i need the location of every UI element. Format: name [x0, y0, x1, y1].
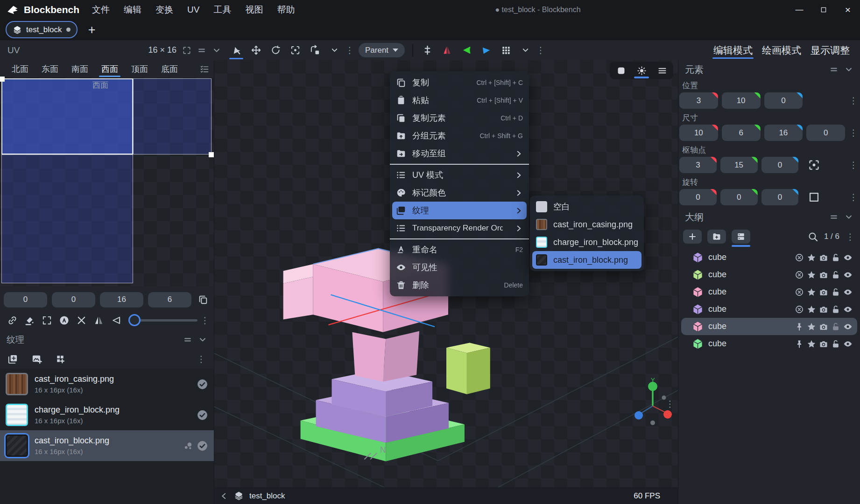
- close-button[interactable]: ×: [836, 0, 860, 20]
- star-icon[interactable]: [807, 253, 816, 262]
- lighting-toggle[interactable]: [636, 63, 647, 77]
- slider-knob[interactable]: [128, 314, 141, 326]
- submenu-item[interactable]: cast_iron_block.png: [532, 251, 641, 269]
- outliner-row[interactable]: cube: [681, 301, 857, 318]
- eye-icon[interactable]: [843, 270, 853, 280]
- context-menu-item[interactable]: 复制元素 Ctrl + D: [390, 109, 529, 127]
- collapse-panel-icon[interactable]: [844, 212, 853, 222]
- lock-open-icon[interactable]: [831, 322, 840, 331]
- circle-x-icon[interactable]: [795, 253, 804, 262]
- uv-resize-handle[interactable]: [0, 77, 5, 82]
- uv-face-tab[interactable]: 底面: [155, 60, 184, 77]
- eye-icon[interactable]: [843, 305, 853, 314]
- context-menu-item[interactable]: Transparency Render Order: [390, 219, 529, 237]
- star-icon[interactable]: [807, 339, 816, 349]
- camera-icon[interactable]: [819, 253, 828, 262]
- collapse-panel-icon[interactable]: [212, 46, 221, 55]
- move-tool-button[interactable]: [247, 41, 265, 60]
- star-icon[interactable]: [807, 305, 816, 314]
- check-circle-icon[interactable]: [197, 440, 208, 452]
- number-input[interactable]: 15: [720, 157, 758, 173]
- number-input[interactable]: 0: [761, 189, 799, 205]
- tool-dropdown[interactable]: [325, 41, 344, 60]
- number-input[interactable]: 0: [764, 92, 803, 109]
- parent-dropdown[interactable]: Parent: [359, 43, 405, 57]
- uv-fill-button[interactable]: [21, 311, 38, 329]
- add-cube-button[interactable]: [683, 230, 702, 244]
- outliner-row[interactable]: cube: [681, 266, 857, 283]
- frame-view-icon[interactable]: [182, 46, 191, 55]
- uv-face-tab[interactable]: 南面: [65, 60, 94, 77]
- project-tab[interactable]: test_block: [6, 21, 78, 38]
- grid-dropdown[interactable]: [516, 41, 535, 60]
- mirror-y-button[interactable]: [457, 41, 476, 60]
- uv-link-button[interactable]: [4, 311, 21, 329]
- uv-value-input[interactable]: 16: [100, 292, 143, 308]
- outliner-row[interactable]: cube: [681, 335, 857, 352]
- uv-mirror-button[interactable]: [90, 311, 107, 329]
- camera-icon[interactable]: [819, 287, 828, 297]
- panel-menu-icon[interactable]: [829, 65, 839, 74]
- texture-thumbnail[interactable]: [6, 373, 28, 395]
- star-icon[interactable]: [807, 287, 816, 297]
- uv-auto-button[interactable]: [56, 311, 72, 329]
- star-icon[interactable]: [807, 270, 816, 280]
- context-menu-item[interactable]: 重命名 F2: [390, 241, 529, 259]
- gizmo-menu[interactable]: ⋮: [665, 399, 675, 409]
- uv-box[interactable]: [133, 78, 211, 154]
- mode-tab[interactable]: 编辑模式: [709, 41, 757, 60]
- viewport[interactable]: N Y ⋮ 复制 Ctrl + [Shift] + C 粘贴 Ctr: [214, 60, 678, 504]
- check-circle-icon[interactable]: [197, 378, 208, 390]
- number-input[interactable]: 0: [806, 125, 845, 141]
- uv-resize-handle[interactable]: [209, 152, 214, 157]
- number-input[interactable]: 16: [764, 125, 803, 141]
- grid-snap-button[interactable]: [496, 41, 515, 60]
- outliner-row[interactable]: cube: [681, 283, 857, 301]
- create-texture-icon[interactable]: [7, 354, 18, 364]
- context-menu-item[interactable]: 复制 Ctrl + [Shift] + C: [390, 74, 529, 91]
- import-texture-icon[interactable]: [31, 354, 42, 364]
- viewport-menu[interactable]: [656, 63, 668, 77]
- collapse-panel-icon[interactable]: [198, 335, 207, 344]
- number-input[interactable]: 6: [722, 125, 761, 141]
- texture-thumbnail[interactable]: [6, 434, 28, 457]
- textures-overflow-menu[interactable]: ⋮: [196, 354, 206, 364]
- submenu-item[interactable]: charge_iron_block.png: [530, 233, 644, 251]
- circle-x-icon[interactable]: [795, 270, 804, 280]
- circle-x-icon[interactable]: [795, 287, 804, 297]
- menubar-item[interactable]: 帮助: [270, 0, 302, 20]
- context-menu-item[interactable]: 可见性: [390, 259, 529, 276]
- copy-uv-icon[interactable]: [198, 294, 208, 305]
- uv-clear-button[interactable]: [73, 311, 90, 329]
- outliner-row[interactable]: cube: [681, 318, 857, 335]
- slider-track[interactable]: [139, 319, 197, 322]
- context-menu-item[interactable]: 分组元素 Ctrl + Shift + G: [390, 127, 529, 145]
- uv-opacity-slider[interactable]: [128, 314, 197, 326]
- eye-icon[interactable]: [843, 339, 853, 349]
- eye-icon[interactable]: [843, 253, 853, 262]
- uv-rotate-button[interactable]: [107, 311, 124, 329]
- tool-overflow-menu[interactable]: ⋮: [345, 45, 355, 56]
- group-overflow-menu[interactable]: ⋮: [849, 127, 858, 138]
- context-menu-item[interactable]: 标记颜色: [390, 184, 529, 202]
- panel-menu-icon[interactable]: [183, 335, 192, 344]
- add-group-button[interactable]: [707, 230, 726, 244]
- pin-icon[interactable]: [795, 339, 804, 349]
- star-icon[interactable]: [807, 322, 816, 331]
- number-input[interactable]: 10: [722, 92, 761, 109]
- uv-canvas[interactable]: 西面: [0, 77, 214, 287]
- number-input[interactable]: 0: [761, 157, 799, 173]
- uv-maximize-button[interactable]: [38, 311, 55, 329]
- panel-menu-icon[interactable]: [197, 46, 206, 55]
- lock-open-icon[interactable]: [831, 270, 840, 280]
- lock-open-icon[interactable]: [831, 305, 840, 314]
- eye-icon[interactable]: [843, 322, 853, 331]
- outliner-overflow-menu[interactable]: ⋮: [845, 231, 855, 242]
- mode-tab[interactable]: 显示调整: [806, 41, 854, 60]
- context-menu-item[interactable]: 移动至组: [390, 145, 529, 162]
- outliner-row[interactable]: cube: [681, 249, 857, 266]
- menubar-item[interactable]: 变换: [148, 0, 180, 20]
- menubar-item[interactable]: 工具: [206, 0, 238, 20]
- uv-face-tab[interactable]: 东面: [35, 60, 64, 77]
- rotate-tool-button[interactable]: [266, 41, 285, 60]
